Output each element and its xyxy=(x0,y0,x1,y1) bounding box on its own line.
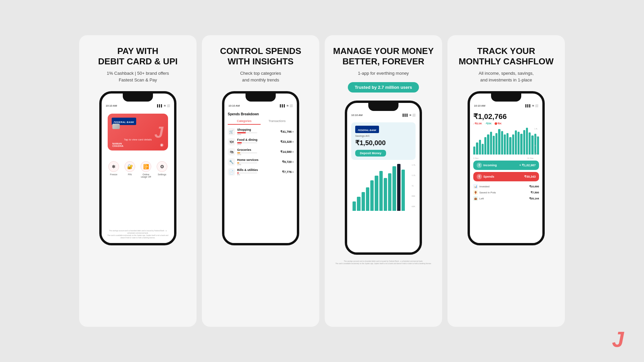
spends-row: ₹ Spends ₹50,343 xyxy=(473,172,539,181)
manage-card: MANAGE YOUR MONEYBETTER, FOREVER 1-app f… xyxy=(325,35,442,327)
spend-food[interactable]: 🍽 Food & dining 24% ₹23,328 › xyxy=(228,138,293,145)
pin-icon-item[interactable]: 🔐 PIN xyxy=(124,161,135,178)
online-usage-item[interactable]: 📴 Onlineusage Off xyxy=(141,161,151,178)
bar-6 xyxy=(375,176,378,211)
phone-mockup-2: 10:10 AM ▌▌▌ ≋ ⬜ Spends Breakdown Catego… xyxy=(222,91,299,245)
tb-13 xyxy=(506,133,508,155)
spend-home[interactable]: 🔧 Home services 10% ₹9,720 › xyxy=(228,158,293,166)
phone-notch-4 xyxy=(491,94,521,102)
food-amount: ₹23,328 › xyxy=(280,140,293,143)
pay-card-title: PAY WITHDEBIT CARD & UPI xyxy=(98,46,178,67)
home-amount: ₹9,720 › xyxy=(282,160,293,164)
groceries-name: Groceries xyxy=(237,148,257,152)
spend-shopping[interactable]: 🛒 Shopping 43% ₹41,796 › xyxy=(228,128,293,135)
shopping-name: Shopping xyxy=(237,128,257,131)
tb-3 xyxy=(479,140,481,155)
tb-2 xyxy=(476,142,478,155)
pots-icon: 🏺 xyxy=(473,190,478,195)
incoming-amount: + ₹1,02,987 xyxy=(519,164,536,167)
phone-mockup-3: 10:10 AM ▌▌▌ ≋ ⬜ FEDERAL BANK Savings A/… xyxy=(345,101,422,255)
tb-5 xyxy=(484,137,486,155)
tb-20 xyxy=(526,128,528,155)
online-icon: 📴 xyxy=(141,161,151,172)
time-1: 10:10 AM xyxy=(106,104,117,107)
tab-transactions[interactable]: Transactions xyxy=(261,118,293,125)
tb-12 xyxy=(504,134,506,155)
manage-footer: The savings account and co-branded debit… xyxy=(335,257,432,265)
tap-text: Tap to view card details xyxy=(108,138,168,141)
debit-card: FEDERAL BANK J Tap to view card details … xyxy=(108,114,168,150)
track-chart-container: 1.4L 1.2L 1L 80K 1 Dec 31 Dec xyxy=(473,128,539,159)
bottom-icons: ❄ Freeze 🔐 PIN 📴 Onlineusage Off ⚙ Setti… xyxy=(106,161,170,178)
bills-bar xyxy=(237,172,239,174)
food-icon: 🍽 xyxy=(228,138,235,145)
bar-8 xyxy=(384,178,387,211)
pots-amount: ₹7,500 xyxy=(531,191,539,194)
home-percent: 10% xyxy=(237,164,259,166)
chip xyxy=(112,124,120,129)
settings-icon-item[interactable]: ⚙ Settings xyxy=(157,161,167,178)
shopping-icon: 🛒 xyxy=(228,128,235,135)
spends-tabs[interactable]: Categories Transactions xyxy=(228,118,293,125)
shopping-percent: 43% xyxy=(237,133,257,135)
insights-card-title: CONTROL SPENDSWITH INSIGHTS xyxy=(220,46,301,67)
tb-18 xyxy=(520,134,522,155)
invested-row: 📊 Invested ₹10,000 xyxy=(473,184,539,189)
groceries-bar xyxy=(237,152,240,154)
tb-7 xyxy=(490,132,492,155)
groceries-percent: 15% xyxy=(237,154,257,156)
pots-label: Saved in Pots xyxy=(479,191,496,194)
pots-row: 🏺 Saved in Pots ₹7,500 xyxy=(473,190,539,195)
bar-9 xyxy=(388,173,391,211)
tb-4 xyxy=(482,144,484,155)
tb-11 xyxy=(501,131,503,155)
tag-incoming-tag: ↑₹25K xyxy=(485,122,491,125)
bank-header: FEDERAL BANK Savings A/C ₹1,50,000 Depos… xyxy=(351,122,416,160)
tb-14 xyxy=(509,137,511,155)
spend-groceries[interactable]: 🛍 Groceries 15% ₹14,580 › xyxy=(228,148,293,156)
spend-bills[interactable]: 📄 Bills & utilities 8% ₹7,776 › xyxy=(228,168,293,176)
manage-chart: 1.4L 1.2L 1L 80K 60K xyxy=(351,164,416,214)
signal-4: ▌▌▌ ≋ ⬜ xyxy=(526,104,538,107)
tag-red: 🔴₹5K xyxy=(494,122,502,125)
deposit-btn[interactable]: Deposit Money xyxy=(355,150,386,157)
bar-1 xyxy=(353,201,356,211)
status-bar-1: 10:10 AM ▌▌▌ ≋ ⬜ xyxy=(102,103,174,107)
bills-icon: 📄 xyxy=(228,168,235,176)
status-bar-3: 10:10 AM ▌▌▌ ≋ ⬜ xyxy=(347,112,420,117)
manage-card-title: MANAGE YOUR MONEYBETTER, FOREVER xyxy=(333,46,434,67)
phone-notch-3 xyxy=(368,103,398,111)
groceries-amount: ₹14,580 › xyxy=(280,150,293,154)
tab-categories[interactable]: Categories xyxy=(228,118,261,125)
left-label: Left xyxy=(479,197,484,200)
home-icon: 🔧 xyxy=(228,158,235,166)
phone-mockup-4: 10:10 AM ▌▌▌ ≋ ⬜ ₹1,02,766 ↓₹52.8K ↑₹25K… xyxy=(468,91,545,245)
pay-card-subtitle: 1% Cashback | 50+ brand offersFastest Sc… xyxy=(107,70,169,83)
shopping-amount: ₹41,796 › xyxy=(280,130,293,133)
freeze-label: Freeze xyxy=(110,173,117,176)
federal-text: FEDERAL BANK xyxy=(114,121,134,123)
left-icon: 👜 xyxy=(473,196,478,201)
phone-notch-1 xyxy=(123,94,153,102)
spends-amount: ₹50,343 xyxy=(524,175,536,178)
cashflow-card: TRACK YOURMONTHLY CASHFLOW All income, s… xyxy=(447,35,565,327)
nfc-icon: ◉ xyxy=(160,142,163,147)
track-content: 10:10 AM ▌▌▌ ≋ ⬜ ₹1,02,766 ↓₹52.8K ↑₹25K… xyxy=(470,103,542,243)
cashflow-card-subtitle: All income, spends, savings,and investme… xyxy=(479,70,534,83)
bar-2 xyxy=(357,197,360,211)
tb-22 xyxy=(531,135,533,155)
tb-9 xyxy=(495,133,497,155)
bar-4 xyxy=(366,187,369,211)
pin-label: PIN xyxy=(128,173,132,176)
card1-footer: The savings account and co-branded debit… xyxy=(106,227,170,239)
amount-breakdown: ↓₹52.8K ↑₹25K 🔴₹5K xyxy=(473,122,539,125)
tb-1 xyxy=(473,146,475,155)
spends-label: Spends xyxy=(483,175,494,178)
tb-15 xyxy=(512,134,514,155)
tb-10 xyxy=(498,129,500,155)
bills-percent: 8% xyxy=(237,174,258,176)
freeze-icon-item[interactable]: ❄ Freeze xyxy=(108,161,119,178)
invested-amount: ₹10,000 xyxy=(529,185,539,188)
manage-card-subtitle: 1-app for everthing money xyxy=(358,70,409,77)
tb-16 xyxy=(515,130,517,155)
